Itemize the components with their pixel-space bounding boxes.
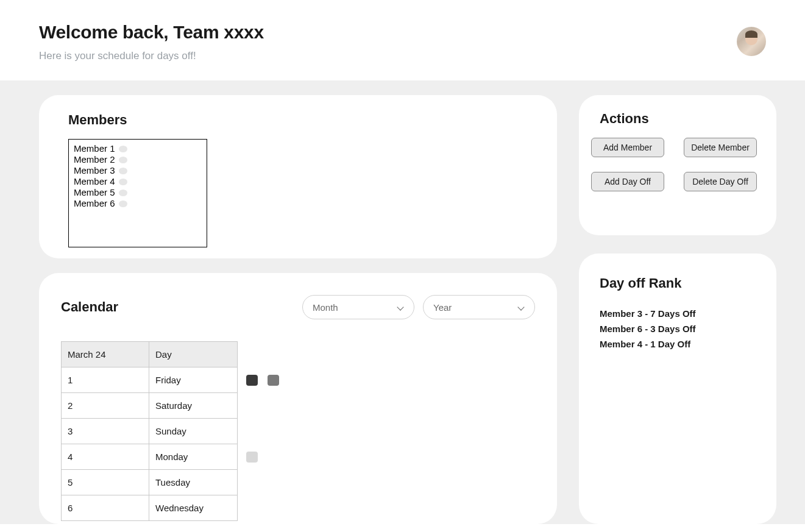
calendar-day-cell: Friday [149, 367, 238, 393]
member-status-dot [119, 168, 127, 174]
calendar-day-cell: Wednesday [149, 495, 238, 521]
table-row: 1 Friday [62, 367, 238, 393]
year-select-label: Year [433, 302, 452, 313]
member-status-dot [119, 179, 127, 185]
member-label: Member 1 [74, 143, 115, 154]
actions-row: Add Day Off Delete Day Off [600, 172, 764, 191]
rank-title: Day off Rank [600, 275, 756, 291]
rank-list: Member 3 - 7 Days Off Member 6 - 3 Days … [600, 308, 756, 349]
member-status-dot [119, 157, 127, 163]
month-select-label: Month [313, 302, 338, 313]
calendar-date-cell: 4 [62, 444, 149, 470]
chevron-down-icon [517, 303, 525, 311]
rank-card: Day off Rank Member 3 - 7 Days Off Membe… [579, 254, 776, 524]
calendar-day-cell: Saturday [149, 393, 238, 419]
marker-row [246, 444, 279, 470]
calendar-day-cell: Sunday [149, 419, 238, 444]
month-select[interactable]: Month [302, 295, 414, 319]
members-box: Member 1 Member 2 Member 3 Member 4 Memb… [68, 139, 207, 247]
actions-grid: Add Member Delete Member Add Day Off Del… [600, 138, 764, 191]
members-card: Members Member 1 Member 2 Member 3 Membe… [39, 95, 557, 258]
member-status-dot [119, 190, 127, 196]
rank-item: Member 6 - 3 Days Off [600, 324, 756, 334]
calendar-table: March 24 Day 1 Friday 2 Saturday [61, 341, 238, 521]
member-label: Member 4 [74, 176, 115, 187]
member-row: Member 6 [74, 198, 202, 209]
calendar-header: Calendar Month Year [61, 295, 535, 319]
day-off-marker [246, 375, 258, 386]
calendar-body: March 24 Day 1 Friday 2 Saturday [61, 341, 535, 521]
rank-item: Member 3 - 7 Days Off [600, 308, 756, 319]
header-text: Welcome back, Team xxxx Here is your sch… [39, 22, 264, 62]
calendar-day-cell: Tuesday [149, 470, 238, 495]
page-title: Welcome back, Team xxxx [39, 22, 264, 43]
calendar-date-header: March 24 [62, 342, 149, 367]
member-row: Member 3 [74, 165, 202, 176]
add-day-off-button[interactable]: Add Day Off [591, 172, 664, 191]
calendar-day-cell: Monday [149, 444, 238, 470]
rank-item: Member 4 - 1 Day Off [600, 339, 756, 349]
table-header-row: March 24 Day [62, 342, 238, 367]
calendar-title: Calendar [61, 299, 118, 315]
member-status-dot [119, 146, 127, 152]
actions-title: Actions [600, 111, 764, 127]
header: Welcome back, Team xxxx Here is your sch… [0, 0, 805, 80]
actions-row: Add Member Delete Member [600, 138, 764, 157]
year-select[interactable]: Year [423, 295, 535, 319]
marker-row [246, 495, 279, 521]
member-row: Member 4 [74, 176, 202, 187]
calendar-selects: Month Year [302, 295, 535, 319]
delete-member-button[interactable]: Delete Member [684, 138, 757, 157]
avatar[interactable] [737, 27, 766, 56]
member-label: Member 6 [74, 198, 115, 209]
member-status-dot [119, 200, 127, 207]
marker-row [246, 393, 279, 419]
member-label: Member 2 [74, 154, 115, 165]
calendar-date-cell: 1 [62, 367, 149, 393]
calendar-date-cell: 2 [62, 393, 149, 419]
table-row: 3 Sunday [62, 419, 238, 444]
members-title: Members [68, 112, 528, 128]
member-row: Member 5 [74, 187, 202, 198]
table-row: 4 Monday [62, 444, 238, 470]
calendar-day-header: Day [149, 342, 238, 367]
marker-row [246, 470, 279, 495]
day-off-marker [246, 452, 258, 463]
calendar-card: Calendar Month Year March [39, 273, 557, 524]
marker-row [246, 419, 279, 444]
actions-card: Actions Add Member Delete Member Add Day… [579, 95, 776, 235]
table-row: 6 Wednesday [62, 495, 238, 521]
calendar-date-cell: 6 [62, 495, 149, 521]
delete-day-off-button[interactable]: Delete Day Off [684, 172, 757, 191]
calendar-date-cell: 3 [62, 419, 149, 444]
chevron-down-icon [397, 303, 404, 311]
day-off-marker [268, 375, 279, 386]
right-column: Actions Add Member Delete Member Add Day… [579, 95, 776, 524]
table-row: 2 Saturday [62, 393, 238, 419]
page-subtitle: Here is your schedule for days off! [39, 50, 264, 62]
marker-row [246, 367, 279, 393]
day-markers [246, 342, 279, 521]
main-area: Members Member 1 Member 2 Member 3 Membe… [0, 80, 805, 524]
marker-header-spacer [246, 342, 279, 367]
member-label: Member 3 [74, 165, 115, 176]
add-member-button[interactable]: Add Member [591, 138, 664, 157]
table-row: 5 Tuesday [62, 470, 238, 495]
left-column: Members Member 1 Member 2 Member 3 Membe… [39, 95, 557, 524]
member-row: Member 2 [74, 154, 202, 165]
member-label: Member 5 [74, 187, 115, 198]
calendar-date-cell: 5 [62, 470, 149, 495]
member-row: Member 1 [74, 143, 202, 154]
